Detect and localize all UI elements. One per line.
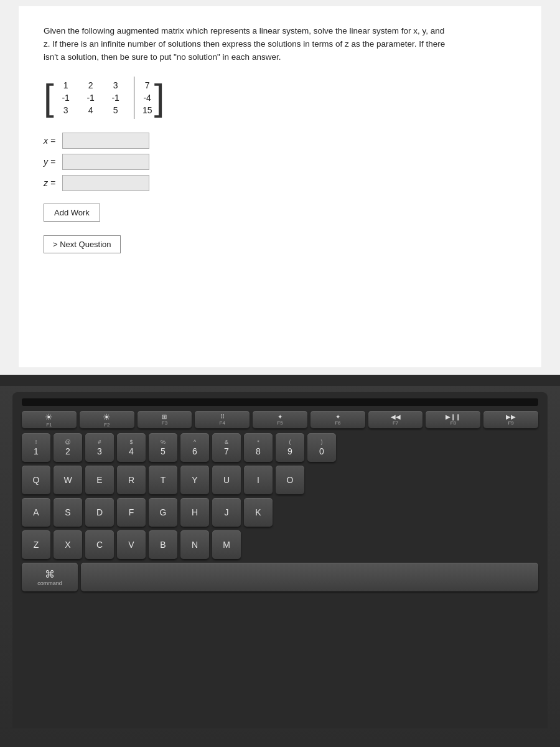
cell-2-2: -1 [84,93,98,103]
cell-3-3: 5 [109,105,123,115]
key-5[interactable]: % 5 [149,433,177,462]
key-9[interactable]: ( 9 [276,433,304,462]
matrix-row-3: 3 4 5 [59,105,123,115]
key-v[interactable]: V [117,530,146,559]
y-row: y = [44,154,516,170]
keyboard-bezel: ☀ F1 ☀ F2 ⊞ F3 ⠿ F4 ✦ F5 ✦ F6 [12,392,548,728]
brightness-low-icon: ☀ [45,412,53,422]
asdf-row: A S D F G H J K [22,498,538,527]
key-q[interactable]: Q [22,466,50,494]
keyboard-backlight-high-icon: ✦ [335,413,340,420]
augmented-column: 7 -4 15 [141,77,154,119]
z-label: z = [44,178,62,188]
cell-1-3: 3 [109,80,123,90]
cell-2-1: -1 [59,93,73,103]
key-j[interactable]: J [212,498,241,527]
key-y[interactable]: Y [180,466,209,494]
number-row: ! 1 @ 2 # 3 $ 4 % 5 ^ 6 [22,433,538,462]
f4-key[interactable]: ⠿ F4 [195,411,250,428]
key-d[interactable]: D [85,498,114,527]
key-0[interactable]: ) 0 [307,433,336,462]
keyboard-area: ☀ F1 ☀ F2 ⊞ F3 ⠿ F4 ✦ F5 ✦ F6 [0,386,560,747]
add-work-button[interactable]: Add Work [44,204,100,222]
key-g[interactable]: G [149,498,177,527]
x-input[interactable] [62,133,149,149]
cell-1-1: 1 [59,80,73,90]
key-s[interactable]: S [54,498,82,527]
y-input[interactable] [62,154,149,170]
cell-2-3: -1 [109,93,123,103]
rewind-icon: ◀◀ [391,413,401,420]
command-symbol: ⌘ [45,568,55,580]
mission-control-icon: ⊞ [162,413,167,420]
key-2[interactable]: @ 2 [54,433,82,462]
key-c[interactable]: C [85,530,114,559]
bracket-right: ] [154,77,165,119]
brightness-high-icon: ☀ [103,412,111,422]
qwerty-row: Q W E R T Y U I O [22,466,538,494]
cell-1-2: 2 [84,80,98,90]
matrix-divider [134,77,134,119]
key-1[interactable]: ! 1 [22,433,50,462]
matrix-row-1: 1 2 3 [59,80,123,90]
x-label: x = [44,136,62,146]
key-7[interactable]: & 7 [212,433,241,462]
y-label: y = [44,157,62,167]
key-a[interactable]: A [22,498,50,527]
f9-key[interactable]: ▶▶ F9 [483,411,538,428]
f5-key[interactable]: ✦ F5 [253,411,307,428]
launchpad-icon: ⠿ [220,413,225,420]
key-i[interactable]: I [244,466,273,494]
problem-text: Given the following augmented matrix whi… [44,25,516,64]
f7-key[interactable]: ◀◀ F7 [368,411,423,428]
content-area: Given the following augmented matrix whi… [19,6,541,367]
key-6[interactable]: ^ 6 [180,433,209,462]
key-o[interactable]: O [276,466,304,494]
key-4[interactable]: $ 4 [117,433,146,462]
f1-key[interactable]: ☀ F1 [22,411,77,428]
aug-3: 15 [141,105,154,115]
zxcv-row: Z X C V B N M [22,530,538,559]
key-u[interactable]: U [212,466,241,494]
variables-section: x = y = z = [44,133,516,191]
cell-3-1: 3 [59,105,73,115]
f8-key[interactable]: ▶❙❙ F8 [426,411,480,428]
key-x[interactable]: X [54,530,82,559]
key-m[interactable]: M [212,530,241,559]
command-key[interactable]: ⌘ command [22,563,78,591]
play-pause-icon: ▶❙❙ [446,413,460,420]
f2-key[interactable]: ☀ F2 [80,411,134,428]
bottom-row: ⌘ command [22,563,538,591]
fast-forward-icon: ▶▶ [506,413,516,420]
f3-key[interactable]: ⊞ F3 [138,411,192,428]
key-t[interactable]: T [149,466,177,494]
matrix-section: [ 1 2 3 -1 -1 -1 3 4 5 [44,77,516,119]
key-e[interactable]: E [85,466,114,494]
aug-2: -4 [141,93,154,103]
fn-row: ☀ F1 ☀ F2 ⊞ F3 ⠿ F4 ✦ F5 ✦ F6 [22,411,538,428]
cell-3-2: 4 [84,105,98,115]
screen: Given the following augmented matrix whi… [0,0,560,386]
z-input[interactable] [62,175,149,191]
bracket-left: [ [44,77,54,119]
next-question-button[interactable]: > Next Question [44,235,121,253]
x-row: x = [44,133,516,149]
key-r[interactable]: R [117,466,146,494]
keyboard-backlight-low-icon: ✦ [278,413,282,420]
key-b[interactable]: B [149,530,177,559]
key-w[interactable]: W [54,466,82,494]
key-f[interactable]: F [117,498,146,527]
aug-1: 7 [141,80,154,90]
matrix-row-2: -1 -1 -1 [59,93,123,103]
matrix-grid: 1 2 3 -1 -1 -1 3 4 5 [54,77,128,119]
key-h[interactable]: H [180,498,209,527]
key-z[interactable]: Z [22,530,50,559]
key-k[interactable]: K [244,498,273,527]
command-label: command [37,580,62,586]
key-n[interactable]: N [180,530,209,559]
key-3[interactable]: # 3 [85,433,114,462]
spacebar[interactable] [81,563,538,591]
f6-key[interactable]: ✦ F6 [310,411,365,428]
key-8[interactable]: * 8 [244,433,273,462]
z-row: z = [44,175,516,191]
